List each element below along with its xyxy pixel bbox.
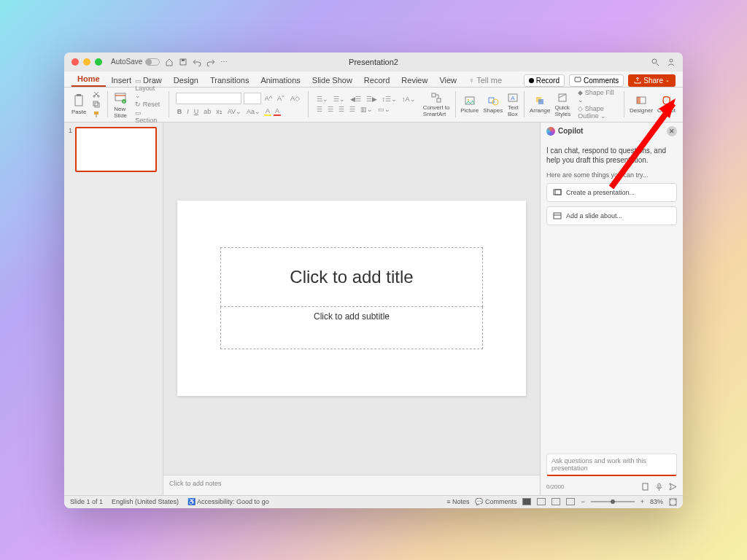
comments-button[interactable]: Comments xyxy=(569,74,624,87)
copilot-greeting: I can chat, respond to questions, and he… xyxy=(546,146,677,166)
tab-view[interactable]: View xyxy=(433,74,462,87)
underline-icon[interactable]: U xyxy=(193,108,201,115)
subtitle-placeholder[interactable]: Click to add subtitle xyxy=(220,307,483,349)
linespacing-icon[interactable]: ↕☰⌄ xyxy=(381,96,399,103)
comments-toggle[interactable]: 💬 Comments xyxy=(475,498,516,505)
copilot-input[interactable]: Ask questions and work with this present… xyxy=(546,454,677,476)
normal-view-icon[interactable] xyxy=(522,498,531,505)
decrease-font-icon[interactable]: A˅ xyxy=(276,95,287,102)
spacing-icon[interactable]: AV⌄ xyxy=(226,108,243,115)
convert-smartart-button[interactable]: Convert to SmartArt xyxy=(422,91,452,118)
zoom-out-icon[interactable]: − xyxy=(581,498,584,505)
aligntext-icon[interactable]: ▭⌄ xyxy=(376,106,392,113)
paste-button[interactable]: Paste xyxy=(70,93,88,116)
font-family-select[interactable] xyxy=(176,93,241,104)
maximize-window-button[interactable] xyxy=(95,58,102,66)
shapeoutline-button[interactable]: ◇ Shape Outline ⌄ xyxy=(576,105,617,120)
align-center-icon[interactable]: ☰ xyxy=(326,106,335,113)
textbox-icon: A xyxy=(507,92,519,104)
share-button[interactable]: Share ⌄ xyxy=(628,74,676,87)
shadow-icon[interactable]: x₂ xyxy=(214,108,224,115)
layout-button[interactable]: ▭ Layout ⌄ xyxy=(133,77,162,99)
send-icon[interactable] xyxy=(669,483,677,491)
indent-dec-icon[interactable]: ◀☰ xyxy=(349,96,363,103)
tab-slideshow[interactable]: Slide Show xyxy=(306,74,358,87)
tab-record[interactable]: Record xyxy=(358,74,395,87)
font-size-select[interactable] xyxy=(244,93,261,104)
zoom-slider[interactable] xyxy=(591,501,635,502)
italic-icon[interactable]: I xyxy=(185,108,190,115)
tab-transitions[interactable]: Transitions xyxy=(204,74,255,87)
undo-icon[interactable] xyxy=(193,58,201,66)
strike-icon[interactable]: ab xyxy=(202,108,212,115)
columns-icon[interactable]: ▥⌄ xyxy=(359,106,374,113)
format-painter-icon[interactable] xyxy=(92,110,101,119)
notes-pane[interactable]: Click to add notes xyxy=(163,475,540,495)
slide-counter[interactable]: Slide 1 of 1 xyxy=(70,498,103,505)
textbox-button[interactable]: A Text Box xyxy=(506,91,520,118)
cut-icon[interactable] xyxy=(92,90,101,98)
align-justify-icon[interactable]: ☰ xyxy=(348,106,357,113)
clear-format-icon[interactable]: A◇ xyxy=(289,95,301,102)
numbering-icon[interactable]: ☰⌄ xyxy=(332,96,347,103)
close-icon[interactable]: ✕ xyxy=(667,126,677,136)
shapes-button[interactable]: Shapes xyxy=(481,94,504,114)
tab-tellme[interactable]: ♀ Tell me xyxy=(462,74,508,87)
reading-view-icon[interactable] xyxy=(551,498,560,505)
copilot-button[interactable]: Copilot xyxy=(656,94,677,114)
textdir-icon[interactable]: ↕A⌄ xyxy=(400,96,417,103)
svg-rect-6 xyxy=(75,96,82,106)
tab-home[interactable]: Home xyxy=(71,72,106,87)
bold-icon[interactable]: B xyxy=(176,108,184,115)
zoom-level[interactable]: 83% xyxy=(650,498,663,505)
quickstyles-button[interactable]: Quick Styles xyxy=(553,91,572,118)
more-icon[interactable]: ⋯ xyxy=(220,58,228,66)
tab-design[interactable]: Design xyxy=(168,74,204,87)
bullets-icon[interactable]: ☰⌄ xyxy=(315,96,330,103)
indent-inc-icon[interactable]: ☰▶ xyxy=(365,96,379,103)
designer-button[interactable]: Designer xyxy=(628,94,654,114)
copy-icon[interactable] xyxy=(92,100,101,109)
copilot-suggestion-addslide[interactable]: Add a slide about... xyxy=(546,206,677,225)
svg-rect-32 xyxy=(555,190,561,195)
minimize-window-button[interactable] xyxy=(83,58,90,66)
align-left-icon[interactable]: ☰ xyxy=(315,106,324,113)
fit-to-window-icon[interactable] xyxy=(669,498,677,506)
fontcolor-icon[interactable]: A xyxy=(274,107,281,116)
zoom-in-icon[interactable]: + xyxy=(640,498,644,505)
copilot-pane: Copilot ✕ I can chat, respond to questio… xyxy=(540,122,683,495)
language-indicator[interactable]: English (United States) xyxy=(112,498,179,505)
autosave-toggle[interactable]: AutoSave xyxy=(111,58,160,66)
slideshow-view-icon[interactable] xyxy=(566,498,575,505)
titlebar: AutoSave ⋯ Presentation2 xyxy=(64,52,683,71)
reset-button[interactable]: ↻ Reset xyxy=(133,101,161,108)
tab-review[interactable]: Review xyxy=(395,74,433,87)
mic-icon[interactable] xyxy=(655,483,663,491)
shapefill-button[interactable]: ◆ Shape Fill ⌄ xyxy=(576,89,617,104)
new-slide-button[interactable]: + New Slide xyxy=(112,90,129,120)
redo-icon[interactable] xyxy=(206,58,215,66)
notes-toggle[interactable]: ≡ Notes xyxy=(446,498,469,505)
save-icon[interactable] xyxy=(179,58,187,66)
accessibility-indicator[interactable]: ♿ Accessibility: Good to go xyxy=(187,498,269,505)
slide-thumbnail-1[interactable] xyxy=(75,127,157,172)
sorter-view-icon[interactable] xyxy=(537,498,546,505)
tab-animations[interactable]: Animations xyxy=(255,74,306,87)
highlight-icon[interactable]: A xyxy=(264,107,271,116)
arrange-button[interactable]: Arrange xyxy=(528,94,551,114)
copilot-suggestion-create[interactable]: Create a presentation... xyxy=(546,183,677,202)
slide[interactable]: Click to add title Click to add subtitle xyxy=(177,201,526,396)
increase-font-icon[interactable]: A^ xyxy=(263,95,274,102)
close-window-button[interactable] xyxy=(71,58,79,66)
svg-rect-12 xyxy=(94,112,98,114)
svg-rect-11 xyxy=(95,103,99,107)
changecase-icon[interactable]: Aa⌄ xyxy=(245,108,262,115)
account-icon[interactable] xyxy=(667,58,676,66)
picture-button[interactable]: Picture xyxy=(459,94,480,114)
home-icon[interactable] xyxy=(165,58,174,66)
align-right-icon[interactable]: ☰ xyxy=(337,106,346,113)
record-button[interactable]: Record xyxy=(524,74,565,87)
search-icon[interactable] xyxy=(651,58,659,66)
book-icon[interactable] xyxy=(641,483,649,491)
title-placeholder[interactable]: Click to add title xyxy=(220,247,483,307)
